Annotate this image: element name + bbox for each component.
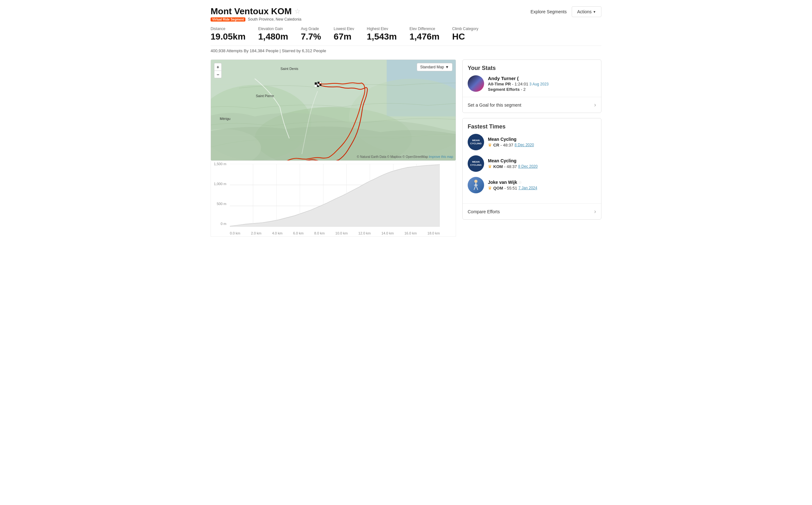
fastest-times-section: Fastest Times MEANCYCLING Mean Cycling ♛… [463,118,601,203]
stat-elevation-gain: Elevation Gain 1,480m [258,27,288,42]
compare-efforts-row[interactable]: Compare Efforts › [463,203,601,219]
lb-avatar-qom [468,177,484,193]
leaderboard-item-qom: Joke van Wijk ☆ ♛ QOM - 55:51 7 Jan 2024 [468,177,596,193]
compare-chevron-icon: › [594,208,596,215]
badge-kom: KOM [493,164,503,169]
badge-cr: CR [493,143,499,147]
qom-star-icon: ☆ [518,180,522,185]
main-content: Saint Denis Saint Pierre Mérigu + − Stan… [211,59,601,237]
lb-name-qom[interactable]: Joke van Wijk [488,180,517,185]
actions-chevron-icon: ▼ [593,10,596,14]
lb-time-row-cr: ♛ CR - 48:37 8 Dec 2020 [488,142,534,147]
date-kom[interactable]: 8 Dec 2020 [518,164,538,169]
x-tick-4: 4.0 km [272,231,282,235]
x-tick-14: 14.0 km [381,231,394,235]
your-stats-section: Your Stats Andy Turner ( All-Time PR - 1… [463,60,601,97]
lb-info-kom: Mean Cycling ♛ KOM - 48:37 8 Dec 2020 [488,158,538,169]
map-controls: + − [214,63,222,78]
page-wrapper: Mont Ventoux KOM ☆ Virtual Ride Segment … [203,0,609,243]
leaderboard-item-kom: MEANCYCLING Mean Cycling ♛ KOM - 48:37 8… [468,155,596,172]
user-efforts: Segment Efforts - 2 [488,87,549,92]
goal-chevron-icon: › [594,102,596,108]
y-tick-1000: 1,000 m [214,182,226,186]
lb-name-kom[interactable]: Mean Cycling [488,158,538,163]
user-row: Andy Turner ( All-Time PR - 1:24:01 3 Au… [468,75,596,92]
lb-info-cr: Mean Cycling ♛ CR - 48:37 8 Dec 2020 [488,137,534,147]
elevation-container: 1,500 m 1,000 m 500 m 0 m [211,161,456,237]
crown-icon-cr: ♛ [488,142,492,147]
stat-highest-elev: Highest Elev 1,543m [367,27,397,42]
map-type-button[interactable]: Standard Map ▼ [417,63,453,71]
attempts-row: 400,938 Attempts By 184,384 People | Sta… [211,48,601,53]
stat-lowest-elev: Lowest Elev 67m [334,27,354,42]
page-title: Mont Ventoux KOM [211,6,292,16]
lb-info-qom: Joke van Wijk ☆ ♛ QOM - 55:51 7 Jan 2024 [488,180,537,190]
pr-date-link[interactable]: 3 Aug 2023 [529,82,549,87]
y-tick-500: 500 m [217,202,226,206]
user-avatar [468,75,484,92]
user-name[interactable]: Andy Turner ( [488,75,549,81]
crown-icon-kom: ♛ [488,164,492,169]
title-row: Mont Ventoux KOM ☆ [211,6,301,16]
right-column: Your Stats Andy Turner ( All-Time PR - 1… [462,59,601,237]
map-type-chevron-icon: ▼ [445,65,449,69]
map-container[interactable]: Saint Denis Saint Pierre Mérigu + − Stan… [211,59,456,161]
elevation-x-axis: 0.0 km 2.0 km 4.0 km 6.0 km 8.0 km 10.0 … [230,231,440,235]
map-svg [211,60,456,160]
stat-elev-difference: Elev Difference 1,476m [410,27,440,42]
svg-point-30 [474,180,478,183]
page-header: Mont Ventoux KOM ☆ Virtual Ride Segment … [211,6,601,21]
x-tick-12: 12.0 km [358,231,370,235]
date-qom[interactable]: 7 Jan 2024 [519,186,537,190]
svg-rect-10 [315,82,317,85]
segment-badge: Virtual Ride Segment [211,17,245,21]
lb-time-row-kom: ♛ KOM - 48:37 8 Dec 2020 [488,164,538,169]
svg-rect-11 [317,85,319,87]
zoom-in-button[interactable]: + [214,63,222,70]
time-kom: - 48:37 [504,164,517,169]
segment-location: South Province, New Caledonia [248,17,301,21]
star-icon[interactable]: ☆ [294,7,301,15]
badge-qom: QOM [493,186,503,190]
your-stats-title: Your Stats [468,65,596,71]
fastest-times-title: Fastest Times [468,123,596,130]
lb-avatar-cr: MEANCYCLING [468,134,484,150]
fastest-times-card: Fastest Times MEANCYCLING Mean Cycling ♛… [462,118,601,219]
x-tick-2: 2.0 km [251,231,262,235]
leaderboard-item-cr: MEANCYCLING Mean Cycling ♛ CR - 48:37 8 … [468,134,596,150]
stats-row: Distance 19.05km Elevation Gain 1,480m A… [211,27,601,46]
lb-time-row-qom: ♛ QOM - 55:51 7 Jan 2024 [488,185,537,190]
time-cr: - 48:37 [501,143,513,147]
your-stats-card: Your Stats Andy Turner ( All-Time PR - 1… [462,59,601,113]
x-tick-8: 8.0 km [314,231,325,235]
time-qom: - 55:51 [504,186,517,190]
stat-avg-grade: Avg Grade 7.7% [301,27,321,42]
left-column: Saint Denis Saint Pierre Mérigu + − Stan… [211,59,456,237]
y-tick-0: 0 m [221,222,226,225]
elevation-y-axis: 1,500 m 1,000 m 500 m 0 m [211,161,228,227]
explore-segments-button[interactable]: Explore Segments [526,7,572,17]
subtitle: Virtual Ride Segment South Province, New… [211,17,301,21]
x-tick-18: 18.0 km [428,231,440,235]
goal-label: Set a Goal for this segment [468,103,521,108]
user-info: Andy Turner ( All-Time PR - 1:24:01 3 Au… [488,75,549,92]
x-tick-6: 6.0 km [293,231,304,235]
crown-icon-qom: ♛ [488,185,492,190]
map-attribution: © Natural Earth Data © Mapbox © OpenStre… [357,155,453,159]
y-tick-1500: 1,500 m [214,162,226,166]
set-goal-row[interactable]: Set a Goal for this segment › [463,97,601,113]
header-left: Mont Ventoux KOM ☆ Virtual Ride Segment … [211,6,301,21]
stat-distance: Distance 19.05km [211,27,246,42]
x-tick-10: 10.0 km [335,231,348,235]
elevation-chart-svg [230,164,440,227]
actions-button[interactable]: Actions ▼ [572,6,601,17]
x-tick-0: 0.0 km [230,231,240,235]
x-tick-16: 16.0 km [404,231,417,235]
date-cr[interactable]: 8 Dec 2020 [514,143,534,147]
user-pr: All-Time PR - 1:24:01 3 Aug 2023 [488,81,549,87]
lb-name-cr[interactable]: Mean Cycling [488,137,534,142]
improve-map-link[interactable]: Improve this map [429,155,453,159]
header-right: Explore Segments Actions ▼ [526,6,601,17]
zoom-out-button[interactable]: − [214,70,222,78]
stat-climb-category: Climb Category HC [452,27,478,42]
